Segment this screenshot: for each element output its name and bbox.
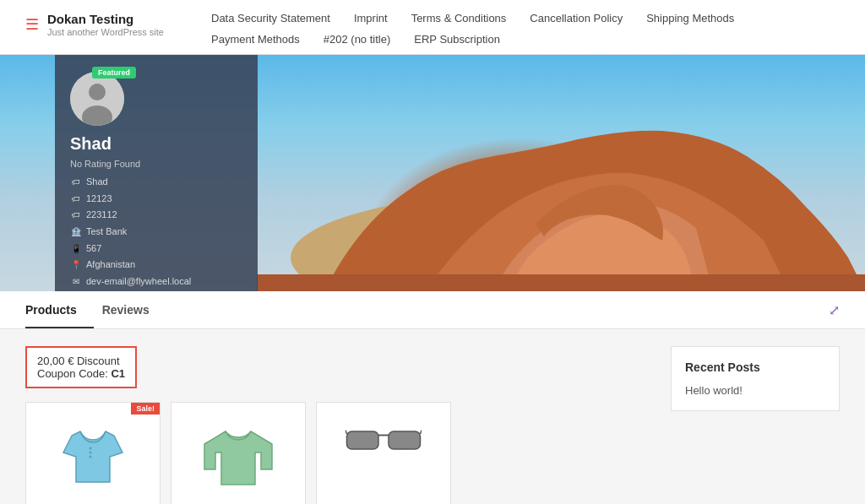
svg-rect-8 [347, 431, 379, 449]
info-value: Test Bank [86, 224, 127, 240]
vendor-info-row: 🏦Test Bank [70, 224, 191, 240]
nav-row-1: Data Security StatementImprintTerms & Co… [211, 12, 840, 33]
tabs-bar: ProductsReviews ⤢ [0, 291, 865, 329]
info-value: 567 [86, 241, 101, 257]
nav-link[interactable]: Data Security Statement [211, 12, 330, 24]
tabs-left: ProductsReviews [25, 291, 175, 328]
coupon-label: 20,00 € Discount [37, 355, 125, 367]
vendor-name: Shad [70, 134, 112, 154]
vendor-rating: No Rating Found [70, 159, 140, 169]
logo-area: ☰ Dokan Testing Just another WordPress s… [25, 12, 177, 38]
svg-rect-9 [389, 431, 421, 449]
sidebar: Recent Posts Hello world! [671, 346, 840, 504]
products-grid: Sale! [25, 402, 654, 504]
hero-banner: Featured Shad No Rating Found 🏷Shad🏷1212… [0, 55, 865, 291]
info-value: Afghanistan [86, 257, 135, 273]
svg-line-12 [421, 431, 422, 435]
avatar-silhouette [70, 72, 124, 126]
vendor-info-row: 📍Afghanistan [70, 257, 191, 273]
info-value: 223112 [86, 207, 117, 223]
product-image [345, 419, 422, 495]
info-icon: ✉ [70, 274, 82, 289]
coupon-code-line: Coupon Code: C1 [37, 367, 125, 380]
vendor-avatar-wrap: Featured [70, 72, 124, 126]
svg-point-7 [90, 456, 92, 458]
nav-link[interactable]: #202 (no title) [324, 33, 391, 46]
main-content: 20,00 € Discount Coupon Code: C1 Sale! R… [0, 329, 865, 504]
nav-row-2: Payment Methods#202 (no title)ERP Subscr… [211, 33, 840, 54]
nav-link[interactable]: Terms & Conditions [411, 12, 507, 24]
nav-link[interactable]: Shipping Methods [646, 12, 734, 24]
nav-link[interactable]: Cancellation Policy [530, 12, 623, 24]
recent-posts-title: Recent Posts [685, 360, 825, 374]
svg-line-11 [345, 431, 347, 435]
info-value: 12123 [86, 191, 112, 207]
product-image [55, 419, 131, 495]
product-card[interactable] [316, 402, 451, 504]
coupon-code-prefix: Coupon Code: [37, 367, 111, 380]
vendor-card: Featured Shad No Rating Found 🏷Shad🏷1212… [55, 55, 258, 291]
vendor-info-row: 🏷223112 [70, 207, 191, 223]
site-header: ☰ Dokan Testing Just another WordPress s… [0, 0, 865, 55]
vendor-info-row: 🏷12123 [70, 191, 191, 207]
product-card[interactable]: Sale! [25, 402, 160, 504]
main-nav: Data Security StatementImprintTerms & Co… [211, 12, 840, 54]
vendor-info-row: 🏷Shad [70, 174, 191, 190]
product-image [200, 419, 276, 495]
avatar [70, 72, 124, 126]
svg-rect-1 [257, 274, 865, 291]
info-icon: 🏦 [70, 225, 82, 239]
featured-badge: Featured [92, 67, 136, 79]
info-icon: 📱 [70, 241, 82, 256]
info-icon: 📍 [70, 257, 82, 272]
recent-posts-list: Hello world! [685, 384, 825, 397]
svg-point-5 [90, 447, 92, 450]
products-section: 20,00 € Discount Coupon Code: C1 Sale! [25, 346, 654, 504]
recent-post-item[interactable]: Hello world! [685, 384, 825, 397]
recent-posts-box: Recent Posts Hello world! [671, 346, 840, 411]
svg-point-6 [90, 452, 92, 454]
product-card[interactable] [171, 402, 306, 504]
nav-link[interactable]: Imprint [354, 12, 388, 24]
share-icon[interactable]: ⤢ [829, 302, 840, 318]
tab-products[interactable]: Products [25, 291, 94, 328]
nav-link[interactable]: ERP Subscription [414, 33, 500, 46]
vendor-info-row: 📱567 [70, 241, 191, 257]
vendor-info-row: ✉dev-email@flywheel.local [70, 274, 191, 290]
info-icon: 🏷 [70, 192, 82, 206]
hamburger-icon[interactable]: ☰ [25, 15, 39, 34]
info-icon: 🏷 [70, 175, 82, 189]
nav-link[interactable]: Payment Methods [211, 33, 300, 46]
site-subtitle: Just another WordPress site [47, 26, 164, 38]
coupon-box: 20,00 € Discount Coupon Code: C1 [25, 346, 137, 388]
tab-reviews[interactable]: Reviews [102, 291, 166, 328]
info-icon: 🏷 [70, 208, 82, 222]
info-value: Shad [86, 174, 108, 190]
info-value: dev-email@flywheel.local [86, 274, 191, 290]
coupon-code-value: C1 [111, 367, 125, 380]
sale-badge: Sale! [131, 403, 160, 415]
site-title: Dokan Testing [47, 12, 164, 26]
vendor-info: 🏷Shad🏷12123🏷223112🏦Test Bank📱567📍Afghani… [70, 174, 191, 290]
svg-point-3 [89, 84, 106, 100]
rock-formation [257, 55, 865, 291]
